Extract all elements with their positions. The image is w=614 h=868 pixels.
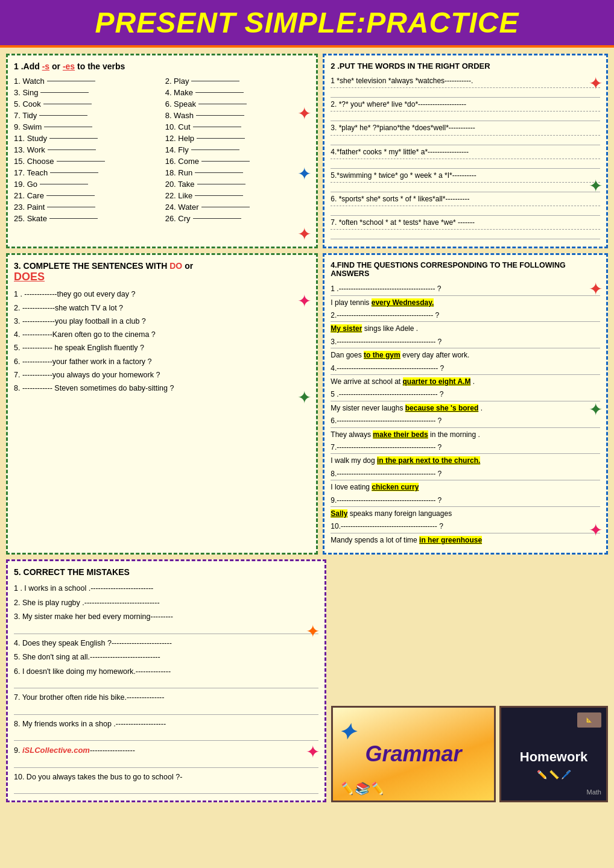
- section-5-title: 5. CORRECT THE MISTAKES: [14, 567, 318, 577]
- s2-line-7b: [331, 231, 600, 239]
- row-2: 3. COMPLETE THE SENTENCES WITH DO or DOE…: [6, 253, 608, 555]
- section3-content: 1 . -------------they go out every day ?…: [14, 288, 310, 395]
- s3-line-3: 3. -------------you play football in a c…: [14, 315, 310, 328]
- s3-line-5: 5. ------------ he speak English fluentl…: [14, 342, 310, 354]
- s4-a1: I play tennis every Wednesday.: [331, 297, 600, 309]
- s4-q7: 7.--------------------------------------…: [331, 441, 600, 454]
- verb-item-7: 7. Tidy: [14, 110, 159, 121]
- verb-item-18: 18. Run: [165, 168, 311, 178]
- s5-line-3: 3. My sister make her bed every morning-…: [14, 610, 318, 624]
- star-decoration-12: ✦: [306, 621, 320, 641]
- star-decoration-4: ✦: [589, 74, 603, 93]
- verb-item-10: 10. Cut: [165, 122, 311, 132]
- s5-line-5: 5. She don't sing at all.---------------…: [14, 650, 318, 664]
- s2-line-4b: [331, 160, 600, 169]
- s4-q6: 6.--------------------------------------…: [331, 415, 600, 427]
- section-1-title: 1 .Add -s or -es to the verbs: [14, 61, 310, 71]
- star-decoration-1: ✦: [297, 104, 311, 124]
- page-header: PRESENT SIMPLE:PRACTICE: [0, 0, 614, 48]
- verb-item-9: 9. Swim: [14, 122, 159, 132]
- star-decoration-8: ✦: [297, 388, 311, 407]
- s2-line-2b: [331, 113, 600, 121]
- grammar-image: ✦ Grammar ✏️📚✏️: [331, 706, 496, 802]
- s5-line-4: 4. Does they speak English ?------------…: [14, 637, 318, 650]
- verb-item-19: 19. Go: [14, 179, 159, 189]
- star-decoration-7: ✦: [297, 291, 311, 311]
- s4-q5: 5 .-------------------------------------…: [331, 388, 600, 401]
- s5-line-7: 7. Your brother often ride his bike.----…: [14, 691, 318, 705]
- s4-a7: I walk my dog in the park next to the ch…: [331, 454, 600, 467]
- verb-item-26: 26. Cry: [165, 213, 311, 224]
- verb-item-14: 14. Fly: [165, 145, 311, 155]
- s4-q8: 8.--------------------------------------…: [331, 468, 600, 480]
- section5-content: 1 . I works in a school .---------------…: [14, 582, 318, 794]
- section-1: 1 .Add -s or -es to the verbs ✦ ✦ ✦ 1. W…: [6, 54, 318, 248]
- homework-supplies: ✏️📏🖊️: [501, 770, 606, 779]
- verb-item-24: 24. Water: [165, 202, 311, 212]
- footer-images-container: ✦ Grammar ✏️📚✏️ 📐 ✏️📏🖊️ Homework Math: [331, 559, 608, 802]
- section-2: 2 .PUT THE WORDS IN THE RIGHT ORDER ✦ ✦ …: [323, 54, 608, 248]
- row-3: 5. CORRECT THE MISTAKES ✦ ✦ 1 . I works …: [6, 559, 608, 802]
- s4-a6: They always make their beds in the morni…: [331, 429, 600, 441]
- verb-item-2: 2. Play: [165, 76, 311, 86]
- verb-item-3: 3. Sing: [14, 87, 159, 98]
- s5-line-10: 10. Do you always takes the bus to go to…: [14, 770, 318, 784]
- verb-item-6: 6. Speak: [165, 99, 311, 109]
- verb-item-8: 8. Wash: [165, 110, 311, 121]
- verb-item-12: 12. Help: [165, 133, 311, 143]
- verb-item-20: 20. Take: [165, 179, 311, 189]
- s4-a4: We arrive at school at quarter to eight …: [331, 376, 600, 388]
- s4-q3: 3.--------------------------------------…: [331, 336, 600, 348]
- verb-item-22: 22. Like: [165, 190, 311, 201]
- s3-line-6: 6. ------------your father work in a fac…: [14, 356, 310, 368]
- s2-line-7: 7. *often *school * at * tests* have *we…: [331, 217, 600, 230]
- s5-line-6b: [14, 679, 318, 688]
- s4-a5: My sister never laughs because she 's bo…: [331, 402, 600, 414]
- homework-top-deco: 📐: [577, 712, 601, 728]
- section4-content: 1 .-------------------------------------…: [331, 283, 600, 546]
- verb-item-21: 21. Care: [14, 190, 159, 201]
- homework-label: Homework: [520, 749, 587, 765]
- star-decoration-5: ✦: [589, 176, 603, 196]
- s2-line-3b: [331, 137, 600, 145]
- footer-images: ✦ Grammar ✏️📚✏️ 📐 ✏️📏🖊️ Homework Math: [331, 706, 608, 802]
- section-2-title: 2 .PUT THE WORDS IN THE RIGHT ORDER: [331, 61, 600, 71]
- header-title: PRESENT SIMPLE:PRACTICE: [95, 7, 519, 39]
- s3-line-2: 2. -------------she watch TV a lot ?: [14, 302, 310, 315]
- s2-line-6: 6. *sports* she* sorts * of * likes*all*…: [331, 193, 600, 206]
- section-4: 4.FIND THE QUESTIONS CORRESPONDING TO TH…: [323, 253, 608, 555]
- verb-item-11: 11. Study: [14, 133, 159, 143]
- s3-line-8: 8. ------------ Steven sometimes do baby…: [14, 382, 310, 395]
- star-decoration-10: ✦: [589, 400, 603, 420]
- section-3: 3. COMPLETE THE SENTENCES WITH DO or DOE…: [6, 253, 318, 555]
- s3-line-4: 4. ------------Karen often go to the cin…: [14, 329, 310, 341]
- row-1: 1 .Add -s or -es to the verbs ✦ ✦ ✦ 1. W…: [6, 54, 608, 248]
- section2-content: 1 *she* television *always *watches-----…: [331, 75, 600, 239]
- s5-line-7b: [14, 705, 318, 715]
- section-5: 5. CORRECT THE MISTAKES ✦ ✦ 1 . I works …: [6, 559, 326, 802]
- s2-line-3: 3. *play* he* ?*piano*the *does*well*---…: [331, 122, 600, 135]
- pencil-decoration: ✏️📚✏️: [339, 781, 384, 796]
- verb-item-25: 25. Skate: [14, 213, 159, 224]
- s5-line-10b: [14, 784, 318, 794]
- star-decoration-11: ✦: [589, 520, 603, 540]
- star-decoration-9: ✦: [589, 279, 603, 299]
- s4-q1: 1 .-------------------------------------…: [331, 283, 600, 295]
- verb-grid: 1. Watch 2. Play 3. Sing 4. Make 5. Cook: [14, 76, 310, 224]
- star-decoration-2: ✦: [297, 164, 311, 184]
- s2-line-5b: [331, 184, 600, 192]
- section-4-title: 4.FIND THE QUESTIONS CORRESPONDING TO TH…: [331, 261, 600, 278]
- s5-line-8b: [14, 731, 318, 741]
- s4-q9: 9.--------------------------------------…: [331, 494, 600, 507]
- verb-item-23: 23. Paint: [14, 202, 159, 212]
- s2-line-2: 2. *?* you* where* live *do*------------…: [331, 99, 600, 112]
- s4-a8: I love eating chicken curry: [331, 481, 600, 493]
- verb-item-1: 1. Watch: [14, 76, 159, 86]
- s5-line-8: 8. My friends works in a shop .---------…: [14, 717, 318, 731]
- verb-item-5: 5. Cook: [14, 99, 159, 109]
- s4-q10: 10.-------------------------------------…: [331, 520, 600, 533]
- s3-line-7: 7. ------------you always do your homewo…: [14, 369, 310, 382]
- s2-line-1b: [331, 89, 600, 98]
- s2-line-5: 5.*swimming * twice* go * week * a *I*--…: [331, 170, 600, 183]
- star-decoration-13: ✦: [306, 742, 320, 762]
